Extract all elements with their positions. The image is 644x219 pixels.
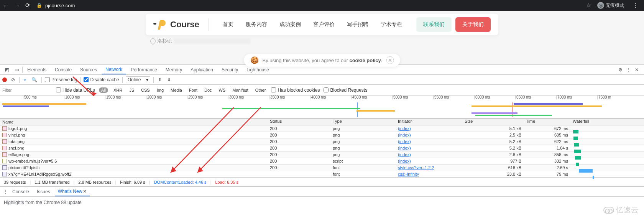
header-type[interactable]: Type <box>331 119 396 125</box>
drawer-menu-icon[interactable]: ⋮ <box>3 189 8 194</box>
reload-button[interactable]: ⟳ <box>25 2 30 9</box>
main-nav: 首页 服务内容 成功案例 客户评价 写手招聘 学术专栏 <box>223 21 402 28</box>
blocked-requests-checkbox[interactable]: Blocked Requests <box>324 87 367 93</box>
back-button[interactable]: ← <box>3 2 9 9</box>
record-button[interactable] <box>2 77 7 82</box>
filter-css[interactable]: CSS <box>140 87 151 93</box>
address-bar[interactable]: 🔒 pjcourse.com <box>35 3 76 8</box>
table-row[interactable]: vinci.png 200 png (index) 2.5 kB 605 ms <box>0 132 644 138</box>
table-row[interactable]: logo1.png 200 png (index) 5.1 kB 672 ms <box>0 125 644 132</box>
tab-elements[interactable]: Elements <box>23 65 50 74</box>
inspect-icon[interactable]: ◩ <box>2 67 12 72</box>
header-waterfall[interactable]: Waterfall <box>571 119 644 125</box>
preserve-log-checkbox[interactable]: Preserve log <box>45 77 77 82</box>
close-devtools-icon[interactable]: ✕ <box>635 67 639 72</box>
download-icon[interactable]: ⬇ <box>166 77 172 82</box>
cell-initiator[interactable]: (index) <box>396 139 463 144</box>
search-icon[interactable]: 🔍 <box>30 77 38 82</box>
filter-all[interactable]: All <box>99 87 108 93</box>
browser-menu-icon[interactable]: ⋮ <box>630 2 641 9</box>
cell-size: 5.1 kB <box>463 126 524 131</box>
cell-initiator[interactable]: css:-Infinity <box>396 172 463 176</box>
cell-initiator[interactable]: (index) <box>396 152 463 157</box>
network-controls: ⊘ ▿ 🔍 Preserve log Disable cache Online▾… <box>0 75 644 85</box>
file-icon <box>2 139 7 144</box>
drawer-tab-close-icon[interactable]: ✕ <box>83 189 87 194</box>
cell-initiator[interactable]: (index) <box>396 126 463 131</box>
nav-cases[interactable]: 成功案例 <box>279 21 301 28</box>
header-name[interactable]: Name <box>0 119 268 125</box>
devtools-panel: ◩ ▭ Elements Console Sources Network Per… <box>0 64 644 208</box>
filter-ws[interactable]: WS <box>217 87 227 93</box>
file-name: sncf.png <box>8 146 25 150</box>
file-name: wp-embed.min.js?ver=5.6 <box>8 159 57 163</box>
filter-manifest[interactable]: Manifest <box>231 87 250 93</box>
upload-icon[interactable]: ⬆ <box>157 77 163 82</box>
tab-application[interactable]: Application <box>187 65 217 74</box>
drawer-tab-whatsnew[interactable]: What's New ✕ <box>55 187 90 196</box>
filter-other[interactable]: Other <box>254 87 268 93</box>
tab-memory[interactable]: Memory <box>162 65 186 74</box>
table-row[interactable]: eiffage.png 200 png (index) 2.8 kB 858 m… <box>0 151 644 158</box>
contact-button[interactable]: 联系我们 <box>416 17 452 32</box>
hide-data-urls-checkbox[interactable]: Hide data URLs <box>56 87 95 93</box>
cell-time: 79 ms <box>524 172 571 176</box>
clear-icon[interactable]: ⊘ <box>10 77 16 82</box>
nav-buttons: ← → ⟳ <box>3 2 30 9</box>
filter-icon[interactable]: ▿ <box>23 77 27 82</box>
bookmark-icon[interactable]: ☆ <box>586 2 591 9</box>
table-row[interactable]: sncf.png 200 png (index) 5.2 kB 1.04 s <box>0 145 644 151</box>
filter-font[interactable]: Font <box>187 87 199 93</box>
has-blocked-cookies-checkbox[interactable]: Has blocked cookies <box>271 87 320 93</box>
network-table: Name Status Type Initiator Size Time Wat… <box>0 119 644 178</box>
disable-cache-checkbox[interactable]: Disable cache <box>84 77 119 82</box>
filter-xhr[interactable]: XHR <box>112 87 124 93</box>
incognito-indicator[interactable]: ㊙ 无痕模式 <box>597 2 624 9</box>
forward-button[interactable]: → <box>14 2 20 9</box>
cell-initiator[interactable]: (index) <box>396 133 463 137</box>
table-row[interactable]: wp-embed.min.js?ver=5.6 200 script (inde… <box>0 158 644 165</box>
header-status[interactable]: Status <box>268 119 331 125</box>
network-timeline[interactable]: 500 ms1000 ms1500 ms2000 ms2500 ms3000 m… <box>0 96 644 119</box>
filter-doc[interactable]: Doc <box>203 87 214 93</box>
more-icon[interactable]: ⋮ <box>626 67 631 72</box>
table-row[interactable]: total.png 200 png (index) 5.2 kB 622 ms <box>0 138 644 145</box>
drawer-tab-issues[interactable]: Issues <box>34 187 53 196</box>
table-row[interactable]: pixicon.ttf?dpisfc 200 font style.css?ve… <box>0 165 644 171</box>
throttling-select[interactable]: Online▾ <box>126 76 151 83</box>
cell-initiator[interactable]: (index) <box>396 159 463 163</box>
settings-icon[interactable]: ⚙ <box>618 67 623 72</box>
nav-services[interactable]: 服务内容 <box>246 21 267 28</box>
header-initiator[interactable]: Initiator <box>396 119 463 125</box>
tab-performance[interactable]: Performance <box>127 65 161 74</box>
cell-time: 332 ms <box>524 159 571 163</box>
nav-home[interactable]: 首页 <box>223 21 233 28</box>
table-row[interactable]: xn7gYHE41ni1AdIRggexSg.woff2 font css:-I… <box>0 171 644 178</box>
drawer-tab-console[interactable]: Console <box>9 187 32 196</box>
file-name: total.png <box>8 139 25 144</box>
cell-type: png <box>331 139 396 144</box>
filter-js[interactable]: JS <box>128 87 136 93</box>
nav-hiring[interactable]: 写手招聘 <box>347 21 368 28</box>
cell-type: png <box>331 146 396 150</box>
table-header: Name Status Type Initiator Size Time Wat… <box>0 119 644 125</box>
filter-media[interactable]: Media <box>169 87 184 93</box>
cell-size: 5.2 kB <box>463 146 524 150</box>
tab-console[interactable]: Console <box>51 65 76 74</box>
device-toggle-icon[interactable]: ▭ <box>12 67 21 72</box>
tab-network[interactable]: Network <box>102 65 126 74</box>
filter-img[interactable]: Img <box>155 87 165 93</box>
tab-security[interactable]: Security <box>218 65 242 74</box>
about-button[interactable]: 关于我们 <box>455 17 491 32</box>
cell-status: 200 <box>268 126 331 131</box>
cell-initiator[interactable]: (index) <box>396 146 463 150</box>
nav-reviews[interactable]: 客户评价 <box>313 21 335 28</box>
header-size[interactable]: Size <box>463 119 524 125</box>
tab-sources[interactable]: Sources <box>76 65 101 74</box>
cookie-close-button[interactable]: ✕ <box>386 56 394 64</box>
filter-input[interactable] <box>2 88 52 92</box>
nav-blog[interactable]: 学术专栏 <box>381 21 402 28</box>
header-time[interactable]: Time <box>524 119 571 125</box>
site-logo[interactable]: Course <box>153 18 209 31</box>
cell-initiator[interactable]: style.css?ver=1.2.2 <box>396 165 463 170</box>
